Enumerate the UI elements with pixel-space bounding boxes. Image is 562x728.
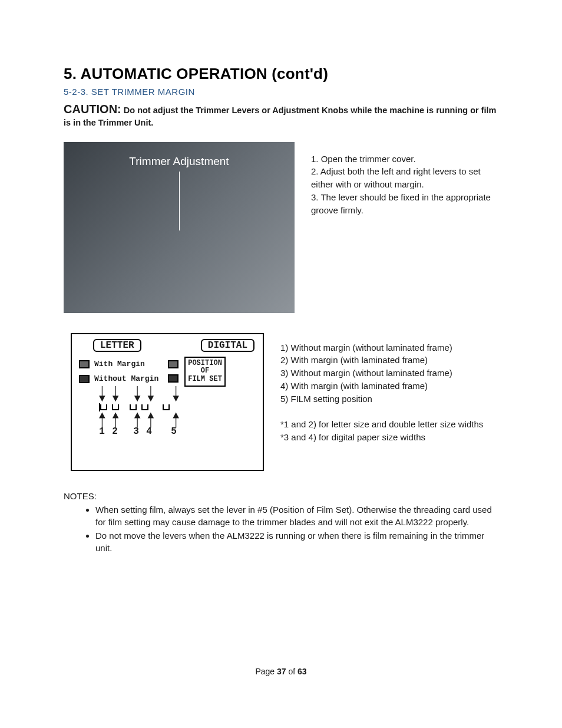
filmset-line: POSITION xyxy=(188,360,222,368)
caution-paragraph: CAUTION: Do not adjust the Trimmer Lever… xyxy=(64,101,498,129)
notes-label: NOTES: xyxy=(64,491,498,501)
diagram-pill-digital: DIGITAL xyxy=(201,339,254,352)
diagram-slots xyxy=(99,403,238,411)
margin-option-4: 4) With margin (with laminated frame) xyxy=(280,380,483,393)
subsection-heading: 5-2-3. SET TRIMMER MARGIN xyxy=(64,87,498,97)
diagram-pill-letter: LETTER xyxy=(93,339,141,352)
section-heading: 5. AUTOMATIC OPERATION (cont'd) xyxy=(64,65,498,83)
diagram-position-numbers: 1 2 3 4 5 xyxy=(75,425,259,437)
footer-prefix: Page xyxy=(255,667,277,676)
photo-caption: Trimmer Adjustment xyxy=(64,155,295,168)
note-item: When setting film, always set the lever … xyxy=(95,503,498,528)
legend-square-icon xyxy=(168,374,178,383)
margin-footnote-1: *1 and 2) for letter size and double let… xyxy=(280,418,483,431)
page-footer: Page 37 of 63 xyxy=(0,667,562,676)
legend-with-margin: With Margin xyxy=(94,360,145,368)
margin-option-5: 5) FILM setting position xyxy=(280,393,483,406)
step-1: 1. Open the trimmer cover. xyxy=(311,153,498,166)
note-item: Do not move the levers when the ALM3222 … xyxy=(95,529,498,554)
step-2: 2. Adjust both the left and right levers… xyxy=(311,165,498,191)
diagram-down-arrows: │▼ │▼ │▼ │▼ │▼ xyxy=(75,388,259,402)
margin-option-3: 3) Without margin (without laminated fra… xyxy=(280,367,483,380)
margin-option-1: 1) Without margin (without laminated fra… xyxy=(280,341,483,354)
legend-square-icon xyxy=(79,375,90,383)
photo-callout-line xyxy=(179,172,180,230)
trimmer-position-diagram: LETTER DIGITAL With Margin Without Margi… xyxy=(71,333,264,471)
caution-label: CAUTION: xyxy=(64,103,121,116)
diagram-up-arrows: ▲│ ▲│ ▲│ ▲│ ▲│ xyxy=(75,411,259,426)
adjustment-steps: 1. Open the trimmer cover. 2. Adjust bot… xyxy=(311,142,498,217)
margin-options-list: 1) Without margin (without laminated fra… xyxy=(280,333,483,444)
photo-and-steps-row: Trimmer Adjustment 1. Open the trimmer c… xyxy=(64,142,498,313)
notes-section: NOTES: When setting film, always set the… xyxy=(64,491,498,554)
caution-text: Do not adjust the Trimmer Levers or Adju… xyxy=(64,106,497,127)
diagram-filmset-box: POSITION OF FILM SET xyxy=(184,357,226,387)
trimmer-adjustment-photo: Trimmer Adjustment xyxy=(64,142,295,313)
margin-option-2: 2) With margin (with laminated frame) xyxy=(280,354,483,367)
filmset-line: FILM SET xyxy=(188,375,222,384)
footer-page-total: 63 xyxy=(297,667,307,676)
footer-page-current: 37 xyxy=(277,667,286,676)
legend-without-margin: Without Margin xyxy=(94,374,158,383)
margin-footnote-2: *3 and 4) for digital paper size widths xyxy=(280,431,483,444)
diagram-and-list-row: LETTER DIGITAL With Margin Without Margi… xyxy=(64,333,498,471)
step-3: 3. The lever should be fixed in the appr… xyxy=(311,191,498,217)
filmset-line: OF xyxy=(188,367,222,375)
legend-square-icon xyxy=(79,360,90,368)
footer-of: of xyxy=(286,667,297,676)
legend-square-icon xyxy=(168,360,178,368)
